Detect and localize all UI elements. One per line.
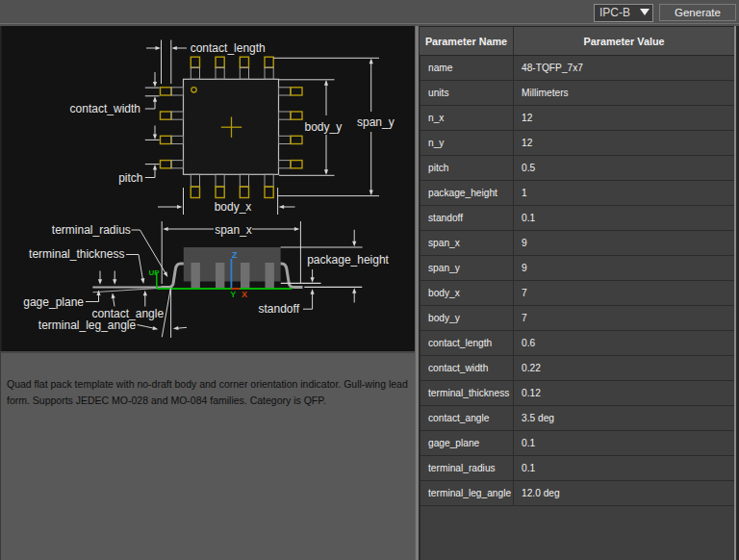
svg-text:terminal_leg_angle: terminal_leg_angle [38, 318, 137, 332]
svg-text:Z: Z [232, 250, 238, 260]
svg-text:contact_length: contact_length [191, 41, 266, 55]
svg-text:Y: Y [230, 290, 236, 299]
svg-text:standoff: standoff [259, 302, 300, 316]
svg-text:span_x: span_x [215, 223, 252, 237]
svg-text:span_y: span_y [357, 115, 395, 129]
svg-text:X: X [242, 290, 247, 299]
svg-text:body_x: body_x [215, 200, 252, 214]
svg-text:terminal_radius: terminal_radius [52, 223, 131, 237]
svg-text:body_y: body_y [305, 120, 343, 134]
svg-text:terminal_thickness: terminal_thickness [29, 247, 124, 261]
svg-text:package_height: package_height [307, 253, 389, 267]
svg-text:gage_plane: gage_plane [23, 295, 84, 309]
svg-text:contact_width: contact_width [70, 102, 140, 115]
svg-text:pitch: pitch [118, 171, 142, 185]
svg-text:UP: UP [149, 268, 161, 277]
